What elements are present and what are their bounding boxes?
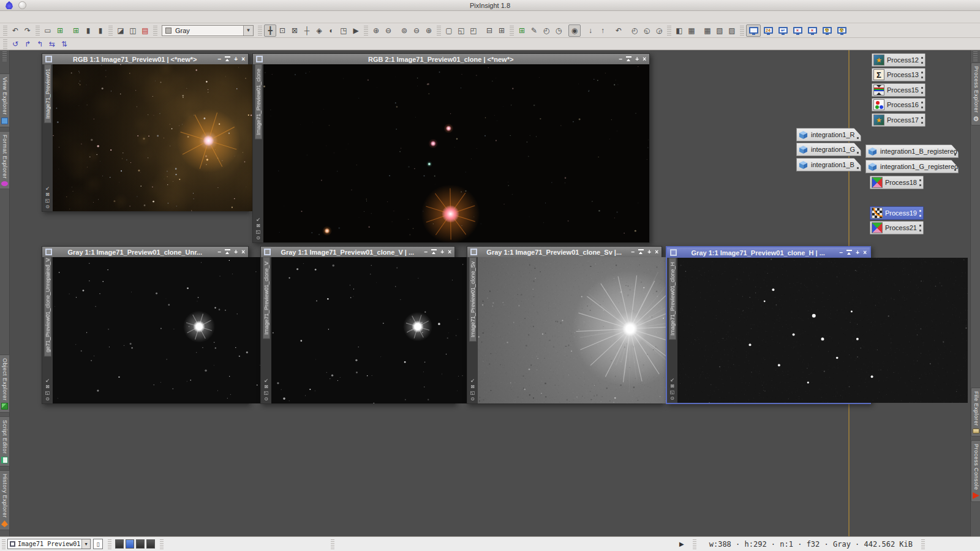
- chevron-down-icon[interactable]: ▼: [243, 26, 253, 36]
- statusbar-grip[interactable]: [2, 539, 6, 549]
- duplicate-view-icon[interactable]: ▮: [82, 24, 94, 37]
- toolbar-button[interactable]: [3, 39, 7, 49]
- maximize-button[interactable]: +: [647, 249, 651, 255]
- pan-tool-icon[interactable]: ╋: [264, 24, 276, 37]
- stf-auto-icon[interactable]: ↩: [775, 24, 790, 37]
- process-icon-process16[interactable]: Process16: [872, 98, 925, 111]
- zoom-fit-icon[interactable]: ⊠: [256, 223, 261, 228]
- zoom-fit-icon[interactable]: ⊠: [470, 384, 475, 389]
- frame-icon[interactable]: ◱: [264, 390, 269, 395]
- statusbar-grip[interactable]: [331, 539, 334, 549]
- toolbar-button[interactable]: [36, 26, 40, 36]
- iconize-button[interactable]: −: [839, 250, 843, 256]
- edit-process-icon[interactable]: ✎: [528, 24, 540, 37]
- statusbar-grip[interactable]: [160, 539, 164, 549]
- toolbar-button[interactable]: [364, 26, 368, 36]
- zoom-1-1-icon[interactable]: ⊚: [398, 24, 410, 37]
- window-titlebar[interactable]: RGB 1:1 Image71_Preview01 | <*new*> −+×: [42, 54, 248, 64]
- target-icon[interactable]: ⊙: [264, 396, 269, 402]
- maximize-button[interactable]: +: [234, 56, 238, 62]
- chevron-down-icon[interactable]: ▼: [81, 539, 90, 549]
- zoom-fit-icon[interactable]: ⊠: [670, 383, 675, 389]
- undo-icon[interactable]: ↶: [9, 24, 21, 37]
- view-selector-dropdown[interactable]: Image71_Preview01_clone_H ▼: [7, 539, 91, 549]
- corner-arrow-icon[interactable]: ↙: [670, 377, 675, 383]
- clone-preview-icon[interactable]: ◱: [455, 24, 467, 37]
- view-tab[interactable]: Image71_Preview01_clone_V: [263, 257, 270, 339]
- toolbar-button[interactable]: [3, 26, 7, 36]
- stf-reset-icon[interactable]: ×: [790, 24, 805, 37]
- rotate-90cw-icon[interactable]: ↱: [21, 39, 34, 49]
- zoom-fit-icon[interactable]: ⊖: [410, 24, 423, 37]
- restore-process-icon[interactable]: ↶: [612, 24, 625, 37]
- corner-arrow-icon[interactable]: ↙: [45, 378, 50, 383]
- statusbar-grip[interactable]: [693, 539, 696, 549]
- close-button[interactable]: ×: [655, 249, 658, 255]
- sidebar-tab-process-console[interactable]: Process Console: [971, 440, 980, 503]
- view-tab[interactable]: Image71_Preview01_clone: [255, 64, 262, 140]
- window-titlebar[interactable]: RGB 2:1 Image71_Preview01_clone | <*new*…: [253, 54, 649, 64]
- new-process-icon[interactable]: ⊞: [516, 24, 528, 37]
- close-button[interactable]: ×: [448, 249, 451, 255]
- process-icon-process17[interactable]: Process17: [872, 113, 925, 127]
- image-window-preview01[interactable]: RGB 1:1 Image71_Preview01 | <*new*> −+× …: [42, 53, 249, 212]
- split-display-icon[interactable]: ◫: [127, 24, 139, 37]
- image-window-clone-v[interactable]: Gray 1:1 Image71_Preview01_clone_V | ...…: [260, 246, 455, 404]
- iconize-button[interactable]: −: [217, 56, 221, 62]
- screen-mode-button-1[interactable]: [115, 539, 124, 549]
- maximize-button[interactable]: +: [856, 250, 859, 256]
- maximize-button[interactable]: +: [440, 249, 444, 255]
- maximize-button[interactable]: +: [234, 249, 238, 255]
- color-space-dropdown[interactable]: Gray ▼: [162, 25, 254, 36]
- mask-remove-icon[interactable]: ▨: [726, 24, 738, 37]
- sidebar-tab-file-explorer[interactable]: File Explorer: [971, 388, 980, 437]
- window-titlebar[interactable]: Gray 1:1 Image71_Preview01_clone_H | ...…: [667, 247, 870, 258]
- mask-edit-icon[interactable]: ▦: [701, 24, 714, 37]
- stf-24bit-icon[interactable]: 24: [761, 24, 775, 37]
- screen-mode-button-3[interactable]: [136, 539, 145, 549]
- maximize-button[interactable]: +: [635, 56, 639, 62]
- frame-icon[interactable]: ◱: [45, 390, 50, 395]
- new-view-icon[interactable]: ⊞: [70, 24, 82, 37]
- view-toggle-button[interactable]: ▯: [93, 539, 103, 549]
- stf-enable-icon[interactable]: [746, 24, 761, 37]
- window-menu-icon[interactable]: [470, 249, 477, 255]
- view-icon-integration1-b[interactable]: integration1_B: [796, 158, 861, 171]
- duplicate-view-alt-icon[interactable]: ▮: [94, 24, 107, 37]
- statusbar-grip[interactable]: [921, 539, 925, 549]
- window-menu-icon[interactable]: [45, 56, 52, 62]
- image-window-clone-h[interactable]: Gray 1:1 Image71_Preview01_clone_H | ...…: [666, 246, 871, 404]
- frame-icon[interactable]: ◱: [256, 229, 261, 234]
- process-icon-process15[interactable]: Process15: [872, 83, 925, 97]
- dock-grip[interactable]: [2, 51, 7, 61]
- process-icon-process19[interactable]: Process19: [870, 206, 924, 220]
- close-button[interactable]: ×: [863, 250, 867, 256]
- screen-mode-button-2[interactable]: [126, 539, 134, 549]
- window-titlebar[interactable]: Gray 1:1 Image71_Preview01_clone_V | ...…: [261, 247, 454, 257]
- process-icon-process21[interactable]: Process21: [870, 221, 924, 234]
- sidebar-tab-format-explorer[interactable]: Format Explorer: [0, 131, 10, 189]
- shade-button[interactable]: [846, 250, 852, 255]
- frame-icon[interactable]: ◱: [670, 389, 675, 395]
- image-canvas[interactable]: [677, 258, 968, 403]
- shade-button[interactable]: [626, 56, 631, 62]
- process-icon-process18[interactable]: Process18: [870, 176, 924, 189]
- process-down-icon[interactable]: ↓: [584, 24, 597, 37]
- sidebar-tab-process-explorer[interactable]: Process Explorer ⚙: [971, 62, 980, 126]
- move-views-icon[interactable]: ┼: [301, 24, 313, 37]
- readout-select-icon[interactable]: ◳: [337, 24, 350, 37]
- expand-views-icon[interactable]: ⊡: [276, 24, 288, 37]
- dock-grip[interactable]: [973, 51, 978, 61]
- shade-button[interactable]: [638, 249, 644, 255]
- iconize-button[interactable]: −: [424, 249, 428, 255]
- zoom-in-icon[interactable]: ⊕: [370, 24, 382, 37]
- close-button[interactable]: ×: [241, 249, 245, 255]
- history-3-icon[interactable]: ◶: [653, 24, 665, 37]
- shade-button[interactable]: [225, 249, 230, 255]
- process-up-icon[interactable]: ↑: [597, 24, 609, 37]
- image-window-clone-unrepaired-v[interactable]: Gray 1:1 Image71_Preview01_clone_Unr... …: [42, 246, 249, 404]
- stf-boost-all-icon[interactable]: ☢: [834, 24, 849, 37]
- play-icon[interactable]: ▶: [679, 541, 684, 547]
- sidebar-tab-history-explorer[interactable]: History Explorer: [0, 470, 10, 530]
- toolbar-button[interactable]: [667, 26, 671, 36]
